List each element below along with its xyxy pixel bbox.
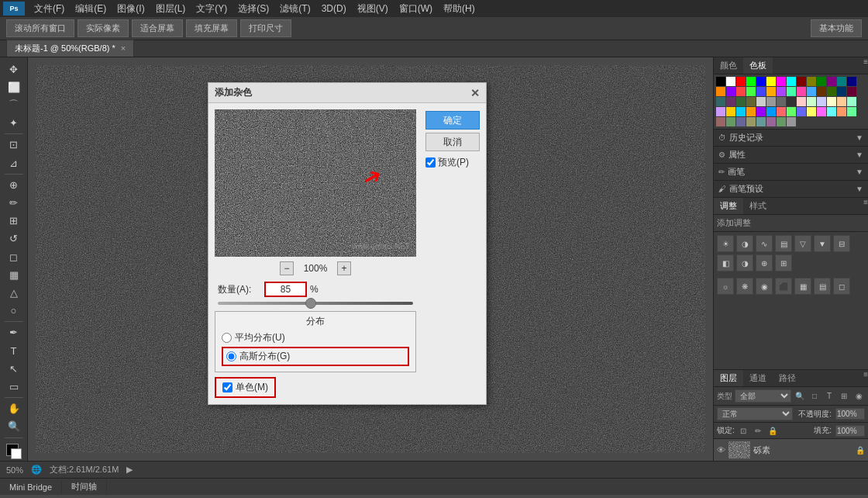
zoom-in-button[interactable]: + [337, 261, 351, 275]
fill-screen-btn[interactable]: 填充屏幕 [186, 19, 237, 37]
adj-channelmix[interactable]: ⊕ [756, 254, 773, 271]
swatch-003366[interactable] [837, 87, 846, 96]
eraser-tool[interactable]: ◻ [3, 248, 25, 265]
monochrome-checkbox[interactable] [222, 382, 232, 393]
swatch-996699[interactable] [766, 117, 776, 126]
lock-draw-icon[interactable]: ✏ [752, 424, 764, 437]
opacity-input[interactable] [835, 408, 865, 420]
menu-help[interactable]: 帮助(H) [439, 1, 480, 17]
timeline-tab[interactable]: 时间轴 [62, 479, 107, 495]
basic-function-btn[interactable]: 基本功能 [811, 19, 862, 37]
menu-edit[interactable]: 编辑(E) [71, 1, 111, 17]
color-tab[interactable]: 颜色 [714, 57, 743, 74]
swatch-663366[interactable] [726, 97, 735, 106]
hand-tool[interactable]: ✋ [3, 400, 25, 417]
swatch-ffcc00[interactable] [726, 107, 735, 116]
adj-threshold[interactable]: ⬛ [775, 278, 792, 295]
swatch-ff9966[interactable] [837, 107, 846, 116]
brush-expand[interactable]: ▼ [856, 168, 863, 176]
heal-tool[interactable]: ⊕ [3, 177, 25, 194]
swatch-00ccff[interactable] [736, 107, 746, 116]
menu-text[interactable]: 文字(Y) [191, 1, 232, 17]
menu-select[interactable]: 选择(S) [233, 1, 274, 17]
path-select-tool[interactable]: ↖ [3, 360, 25, 377]
blur-tool[interactable]: △ [3, 284, 25, 301]
zoom-tool[interactable]: 🔍 [3, 418, 25, 435]
swatch-00ffff[interactable] [787, 77, 796, 86]
gradient-tool[interactable]: ▦ [3, 266, 25, 283]
swatch-44aaff[interactable] [807, 87, 816, 96]
adj-expand[interactable]: ≡ [863, 198, 868, 214]
swatch-99ffcc[interactable] [847, 97, 856, 106]
brush-preset-expand[interactable]: ▼ [856, 185, 863, 193]
wand-tool[interactable]: ✦ [3, 114, 25, 131]
swatch-666666[interactable] [777, 97, 786, 106]
swatch-ccccff[interactable] [817, 97, 826, 106]
swatch-996666[interactable] [716, 117, 725, 126]
uniform-radio[interactable] [222, 333, 232, 343]
swatch-66ff66[interactable] [787, 107, 796, 116]
swatch-0099ff[interactable] [766, 107, 776, 116]
adj-curves[interactable]: ∿ [756, 235, 773, 252]
swatch-008080[interactable] [837, 77, 846, 86]
swatch-ff4444[interactable] [736, 87, 746, 96]
swatch-ffaa00[interactable] [766, 87, 776, 96]
layer-search-icon[interactable]: 🔍 [794, 390, 806, 403]
type-select[interactable]: 全部 [735, 389, 791, 403]
brush-tool[interactable]: ✏ [3, 195, 25, 212]
swatch-666699[interactable] [736, 117, 746, 126]
adj-brightness[interactable]: ☀ [717, 235, 734, 252]
stamp-tool[interactable]: ⊞ [3, 213, 25, 230]
swatch-808000[interactable] [807, 77, 816, 86]
layer-item[interactable]: 👁 砾素 🔒 [714, 439, 868, 461]
swatch-ffffcc[interactable] [827, 97, 836, 106]
swatch-ff9900[interactable] [746, 107, 756, 116]
swatch-669999[interactable] [756, 117, 766, 126]
swatch-999699[interactable] [787, 117, 796, 126]
lock-position-icon[interactable]: 🔒 [766, 424, 779, 437]
history-expand[interactable]: ▼ [856, 133, 863, 142]
swatch-ff0000[interactable] [736, 77, 746, 86]
layer-icon1[interactable]: □ [808, 390, 821, 403]
menu-view[interactable]: 视图(V) [353, 1, 393, 17]
dialog-close-button[interactable]: ✕ [470, 87, 480, 99]
actual-pixels-btn[interactable]: 实际像素 [78, 19, 129, 37]
swatch-ff44aa[interactable] [797, 87, 806, 96]
dodge-tool[interactable]: ○ [3, 302, 25, 319]
layer-icon2[interactable]: T [823, 390, 835, 403]
menu-filter[interactable]: 滤镜(T) [275, 1, 315, 17]
swatch-00ff00[interactable] [746, 77, 756, 86]
adj-bw[interactable]: ◧ [717, 254, 734, 271]
amount-slider-thumb[interactable] [305, 298, 316, 309]
move-tool[interactable]: ✥ [3, 61, 25, 78]
fill-input[interactable] [835, 425, 865, 437]
adj-exposure[interactable]: ☼ [717, 278, 734, 295]
swatch-0000ff[interactable] [756, 77, 766, 86]
adj-levels[interactable]: ▤ [775, 235, 792, 252]
mode-select[interactable]: 正常 [717, 407, 793, 420]
swatch-999999[interactable] [766, 97, 776, 106]
swatch-ffcccc[interactable] [797, 97, 806, 106]
swatch-ffcc99[interactable] [837, 97, 846, 106]
swatch-ccffcc[interactable] [807, 97, 816, 106]
panel-expand-btn[interactable]: ≡ [863, 57, 868, 74]
swatch-663300[interactable] [817, 87, 826, 96]
swatch-4444ff[interactable] [756, 87, 766, 96]
swatch-ff66ff[interactable] [817, 107, 826, 116]
history-brush-tool[interactable]: ↺ [3, 230, 25, 247]
cancel-button[interactable]: 取消 [425, 133, 480, 151]
shape-tool[interactable]: ▭ [3, 378, 25, 395]
channels-tab[interactable]: 通道 [743, 370, 773, 386]
print-size-btn[interactable]: 打印尺寸 [240, 19, 291, 37]
adj-colorbalance[interactable]: ⊟ [833, 235, 850, 252]
document-tab[interactable]: 未标题-1 @ 50%(RGB/8) * × [6, 40, 134, 57]
tab-close[interactable]: × [121, 43, 126, 53]
swatch-336600[interactable] [827, 87, 836, 96]
swatch-44ffaa[interactable] [787, 87, 796, 96]
swatch-669966[interactable] [777, 117, 786, 126]
swatch-8800ff[interactable] [726, 87, 735, 96]
adj-table[interactable]: ⊞ [775, 254, 792, 271]
swatch-ffffff[interactable] [726, 77, 735, 86]
menu-image[interactable]: 图像(I) [112, 1, 149, 17]
swatch-cc99ff[interactable] [716, 107, 725, 116]
